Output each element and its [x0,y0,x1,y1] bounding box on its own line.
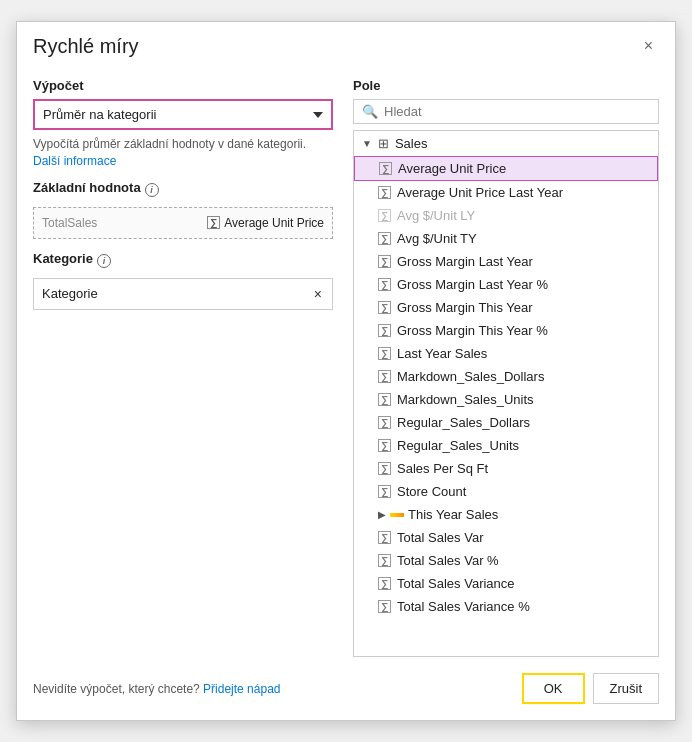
zakladni-label: Základní hodnota [33,180,141,195]
zakladni-section: Základní hodnota i TotalSales ∑ Average … [33,180,333,239]
calculation-dropdown[interactable]: Průměr na kategorii [33,99,333,130]
kategorie-info-icon: i [97,254,111,268]
tree-item-label: Total Sales Variance % [397,599,530,614]
help-text: Nevidíte výpočet, který chcete? [33,682,200,696]
base-selected-text: Average Unit Price [224,216,324,230]
zakladni-label-row: Základní hodnota i [33,180,333,201]
close-button[interactable]: × [638,34,659,58]
base-placeholder: TotalSales [42,216,97,230]
more-info-link[interactable]: Další informace [33,154,116,168]
dialog-title: Rychlé míry [33,35,139,58]
measure-icon: ∑ [378,186,391,199]
right-panel: Pole 🔍 ▼ ⊞ Sales ∑ Average Unit Price ∑ … [353,78,659,657]
tree-item[interactable]: ∑ Gross Margin Last Year % [354,273,658,296]
sales-group-header[interactable]: ▼ ⊞ Sales [354,131,658,156]
measure-icon: ∑ [378,255,391,268]
tree-item-label: Markdown_Sales_Units [397,392,534,407]
tree-item-label: Store Count [397,484,466,499]
measure-sigma-icon: ∑ [207,216,220,229]
tree-item-label: Total Sales Variance [397,576,515,591]
search-icon: 🔍 [362,104,378,119]
tree-item[interactable]: ∑ Gross Margin Last Year [354,250,658,273]
tree-item[interactable]: ∑ Total Sales Var % [354,549,658,572]
tree-item-label: Regular_Sales_Dollars [397,415,530,430]
quick-measures-dialog: Rychlé míry × Výpočet Průměr na kategori… [16,21,676,721]
color-bar-icon [390,513,404,517]
clear-category-button[interactable]: × [312,287,324,301]
measure-icon: ∑ [378,232,391,245]
tree-item[interactable]: ∑ Store Count [354,480,658,503]
kategorie-section: Kategorie i Kategorie × [33,251,333,310]
tree-item[interactable]: ∑ Total Sales Var [354,526,658,549]
tree-item-label: Markdown_Sales_Dollars [397,369,544,384]
tree-item-label: Avg $/Unit TY [397,231,477,246]
titlebar: Rychlé míry × [17,22,675,66]
tree-item-label: Average Unit Price Last Year [397,185,563,200]
folder-icon: ⊞ [378,136,389,151]
tree-item-label: This Year Sales [408,507,498,522]
measure-icon: ∑ [378,301,391,314]
base-selected: ∑ Average Unit Price [207,216,324,230]
measure-icon: ∑ [378,462,391,475]
vypocet-section: Výpočet Průměr na kategorii Vypočítá prů… [33,78,333,168]
measure-icon: ∑ [379,162,392,175]
tree-items: ∑ Average Unit Price ∑ Average Unit Pric… [354,156,658,618]
tree-item[interactable]: ▶ This Year Sales [354,503,658,526]
tree-item[interactable]: ∑ Total Sales Variance % [354,595,658,618]
group-name: Sales [395,136,428,151]
dialog-footer: Nevidíte výpočet, který chcete? Přidejte… [17,657,675,720]
tree-item-label: Gross Margin This Year [397,300,533,315]
kategorie-label: Kategorie [33,251,93,266]
help-link[interactable]: Přidejte nápad [203,682,280,696]
tree-item[interactable]: ∑ Avg $/Unit TY [354,227,658,250]
category-input-box: Kategorie × [33,278,333,310]
measure-icon: ∑ [378,393,391,406]
tree-item-label: Sales Per Sq Ft [397,461,488,476]
measure-icon: ∑ [378,439,391,452]
measure-icon: ∑ [378,485,391,498]
category-value: Kategorie [42,286,98,301]
ok-button[interactable]: OK [522,673,585,704]
group-chevron-icon: ▼ [362,138,372,149]
tree-item[interactable]: ∑ Sales Per Sq Ft [354,457,658,480]
search-input[interactable] [384,104,650,119]
tree-item[interactable]: ∑ Gross Margin This Year % [354,319,658,342]
measure-icon: ∑ [378,531,391,544]
fields-tree: ▼ ⊞ Sales ∑ Average Unit Price ∑ Average… [353,130,659,657]
measure-icon: ∑ [378,347,391,360]
tree-item[interactable]: ∑ Regular_Sales_Dollars [354,411,658,434]
tree-item[interactable]: ∑ Average Unit Price [354,156,658,181]
footer-buttons: OK Zrušit [522,673,659,704]
tree-item-label: Gross Margin Last Year % [397,277,548,292]
description-text: Vypočítá průměr základní hodnoty v dané … [33,137,306,151]
tree-item-label: Average Unit Price [398,161,506,176]
search-box: 🔍 [353,99,659,124]
tree-item-label: Last Year Sales [397,346,487,361]
tree-item[interactable]: ∑ Regular_Sales_Units [354,434,658,457]
tree-item[interactable]: ∑ Average Unit Price Last Year [354,181,658,204]
tree-item[interactable]: ∑ Gross Margin This Year [354,296,658,319]
tree-item-label: Gross Margin Last Year [397,254,533,269]
vypocet-label: Výpočet [33,78,333,93]
measure-icon: ∑ [378,416,391,429]
zakladni-info-icon: i [145,183,159,197]
tree-item-label: Avg $/Unit LY [397,208,475,223]
tree-item[interactable]: ∑ Markdown_Sales_Dollars [354,365,658,388]
measure-icon: ∑ [378,600,391,613]
tree-item[interactable]: ∑ Last Year Sales [354,342,658,365]
tree-item[interactable]: ∑ Markdown_Sales_Units [354,388,658,411]
dialog-body: Výpočet Průměr na kategorii Vypočítá prů… [17,66,675,657]
tree-item-label: Regular_Sales_Units [397,438,519,453]
tree-item-label: Total Sales Var [397,530,483,545]
chevron-right-icon: ▶ [378,509,386,520]
measure-icon: ∑ [378,278,391,291]
measure-icon: ∑ [378,209,391,222]
tree-item-label: Total Sales Var % [397,553,499,568]
tree-item[interactable]: ∑ Total Sales Variance [354,572,658,595]
cancel-button[interactable]: Zrušit [593,673,660,704]
footer-help: Nevidíte výpočet, který chcete? Přidejte… [33,682,280,696]
tree-item-label: Gross Margin This Year % [397,323,548,338]
tree-item[interactable]: ∑ Avg $/Unit LY [354,204,658,227]
measure-icon: ∑ [378,577,391,590]
measure-icon: ∑ [378,554,391,567]
